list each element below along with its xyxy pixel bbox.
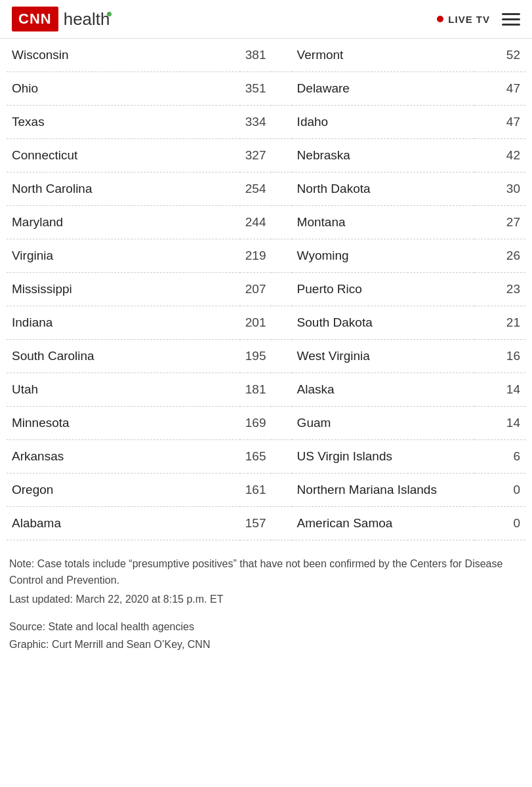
hamburger-line xyxy=(502,18,520,20)
state-count-left: 334 xyxy=(240,106,272,139)
state-name-right: Delaware xyxy=(292,72,475,106)
state-count-left: 165 xyxy=(240,440,272,474)
state-name-left: Ohio xyxy=(7,72,240,106)
table-row: North Carolina 254 North Dakota 30 xyxy=(7,172,525,206)
state-count-left: 219 xyxy=(240,239,272,273)
table-row: Arkansas 165 US Virgin Islands 6 xyxy=(7,440,525,474)
state-name-left: South Carolina xyxy=(7,340,240,373)
state-name-right: US Virgin Islands xyxy=(292,440,475,474)
state-count-right: 30 xyxy=(474,172,525,206)
state-name-left: Indiana xyxy=(7,306,240,340)
note-section: Note: Case totals include “presumptive p… xyxy=(0,540,532,660)
state-count-right: 23 xyxy=(474,273,525,306)
source-text: Source: State and local health agencies xyxy=(9,619,523,636)
state-count-right: 26 xyxy=(474,239,525,273)
table-row: Mississippi 207 Puerto Rico 23 xyxy=(7,273,525,306)
state-name-left: Virginia xyxy=(7,239,240,273)
hamburger-line xyxy=(502,24,520,26)
state-name-right: Montana xyxy=(292,206,475,239)
live-dot-icon xyxy=(437,16,443,22)
health-dot xyxy=(107,12,112,16)
state-count-left: 201 xyxy=(240,306,272,340)
state-name-left: Arkansas xyxy=(7,440,240,474)
state-name-right: Vermont xyxy=(292,39,475,72)
state-name-right: Puerto Rico xyxy=(292,273,475,306)
covid-table: Wisconsin 381 Vermont 52 Ohio 351 Delawa… xyxy=(7,39,525,540)
table-row: Maryland 244 Montana 27 xyxy=(7,206,525,239)
state-count-left: 327 xyxy=(240,139,272,172)
state-name-left: Alabama xyxy=(7,507,240,540)
state-name-right: Alaska xyxy=(292,373,475,407)
state-count-left: 244 xyxy=(240,206,272,239)
state-count-left: 181 xyxy=(240,373,272,407)
state-name-right: Wyoming xyxy=(292,239,475,273)
last-updated: Last updated: March 22, 2020 at 8:15 p.m… xyxy=(9,592,523,608)
state-count-left: 207 xyxy=(240,273,272,306)
state-name-left: Minnesota xyxy=(7,407,240,440)
state-count-left: 169 xyxy=(240,407,272,440)
logo-container: CNN health xyxy=(12,7,110,31)
state-name-left: Wisconsin xyxy=(7,39,240,72)
state-count-left: 195 xyxy=(240,340,272,373)
state-name-left: Mississippi xyxy=(7,273,240,306)
table-row: Texas 334 Idaho 47 xyxy=(7,106,525,139)
state-count-left: 157 xyxy=(240,507,272,540)
state-count-right: 16 xyxy=(474,340,525,373)
state-name-right: Nebraska xyxy=(292,139,475,172)
state-name-right: Guam xyxy=(292,407,475,440)
state-count-right: 42 xyxy=(474,139,525,172)
note-text: Note: Case totals include “presumptive p… xyxy=(9,556,523,589)
table-row: Wisconsin 381 Vermont 52 xyxy=(7,39,525,72)
state-count-right: 0 xyxy=(474,507,525,540)
table-row: Minnesota 169 Guam 14 xyxy=(7,407,525,440)
state-count-right: 6 xyxy=(474,440,525,474)
state-name-left: Maryland xyxy=(7,206,240,239)
state-name-right: South Dakota xyxy=(292,306,475,340)
table-row: Utah 181 Alaska 14 xyxy=(7,373,525,407)
graphic-text: Graphic: Curt Merrill and Sean O’Key, CN… xyxy=(9,637,523,653)
state-name-right: American Samoa xyxy=(292,507,475,540)
state-name-left: Connecticut xyxy=(7,139,240,172)
table-row: South Carolina 195 West Virginia 16 xyxy=(7,340,525,373)
state-count-right: 0 xyxy=(474,474,525,507)
table-row: Virginia 219 Wyoming 26 xyxy=(7,239,525,273)
state-count-left: 254 xyxy=(240,172,272,206)
table-row: Alabama 157 American Samoa 0 xyxy=(7,507,525,540)
hamburger-line xyxy=(502,13,520,15)
state-count-right: 47 xyxy=(474,72,525,106)
header-right: LIVE TV xyxy=(437,13,520,26)
state-name-left: Texas xyxy=(7,106,240,139)
hamburger-menu[interactable] xyxy=(502,13,520,26)
state-count-right: 14 xyxy=(474,407,525,440)
table-row: Oregon 161 Northern Mariana Islands 0 xyxy=(7,474,525,507)
state-name-left: Oregon xyxy=(7,474,240,507)
state-count-left: 381 xyxy=(240,39,272,72)
state-count-right: 21 xyxy=(474,306,525,340)
table-row: Indiana 201 South Dakota 21 xyxy=(7,306,525,340)
state-name-right: Idaho xyxy=(292,106,475,139)
table-row: Connecticut 327 Nebraska 42 xyxy=(7,139,525,172)
header: CNN health LIVE TV xyxy=(0,0,532,39)
table-row: Ohio 351 Delaware 47 xyxy=(7,72,525,106)
state-count-right: 47 xyxy=(474,106,525,139)
live-tv-button[interactable]: LIVE TV xyxy=(437,14,490,25)
state-count-right: 14 xyxy=(474,373,525,407)
state-name-left: Utah xyxy=(7,373,240,407)
state-count-right: 52 xyxy=(474,39,525,72)
state-name-right: North Dakota xyxy=(292,172,475,206)
state-name-right: West Virginia xyxy=(292,340,475,373)
state-count-right: 27 xyxy=(474,206,525,239)
health-logo: health xyxy=(64,9,110,30)
state-name-right: Northern Mariana Islands xyxy=(292,474,475,507)
state-count-left: 161 xyxy=(240,474,272,507)
cnn-logo[interactable]: CNN xyxy=(12,7,58,31)
state-name-left: North Carolina xyxy=(7,172,240,206)
state-count-left: 351 xyxy=(240,72,272,106)
data-table-container: Wisconsin 381 Vermont 52 Ohio 351 Delawa… xyxy=(0,39,532,540)
